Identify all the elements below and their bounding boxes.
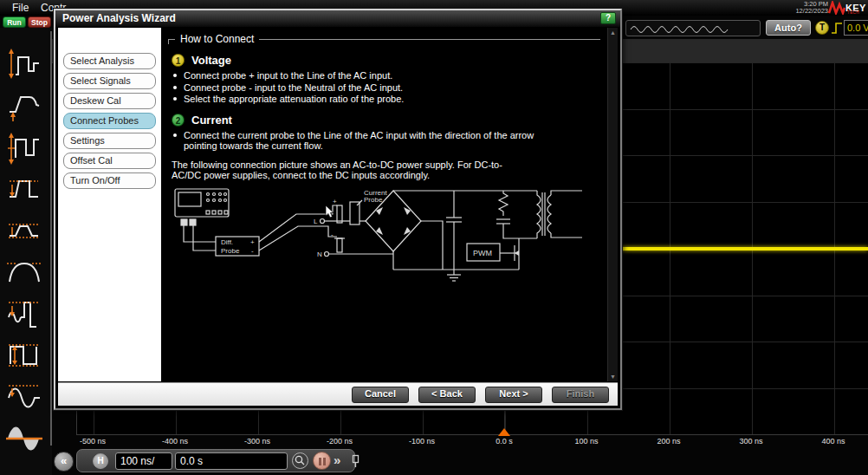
line-label: L [314, 218, 318, 225]
group-header: How to Connect [168, 33, 600, 45]
dialog-title-bar[interactable]: Power Analysis Wizard ? [55, 10, 620, 27]
measure-sine-peak-icon[interactable] [5, 378, 45, 414]
zoom-button[interactable] [292, 452, 308, 469]
trigger-level-value[interactable]: 0.0 V [844, 20, 868, 36]
voltage-title: Voltage [191, 54, 231, 67]
scroll-up-icon[interactable]: ▲ [608, 29, 618, 36]
time-tick-label: -400 ns [162, 437, 188, 446]
step2-badge: 2 [172, 114, 185, 127]
time-tick-label: 300 ns [739, 437, 762, 446]
oscilloscope-screen: File Contr 3:20 PM 12/22/2023 KEY TECH R… [0, 0, 868, 475]
trigger-marker-icon[interactable] [498, 428, 510, 436]
timeline: -500 ns-400 ns-300 ns-200 ns-100 ns0.0 s… [76, 437, 868, 448]
wizard-nav-connect-probes[interactable]: Connect Probes [63, 113, 156, 129]
scroll-down-icon[interactable]: ▼ [608, 374, 618, 380]
diff-probe-label: Diff. [221, 238, 233, 246]
measurement-sidebar [0, 28, 52, 475]
measure-amplitude-pulse-icon[interactable] [5, 45, 45, 81]
dialog-title: Power Analysis Wizard [62, 12, 176, 24]
sidebar-scrollbar[interactable] [50, 31, 52, 446]
bullet-item: Connect the current probe to the Line of… [173, 130, 600, 152]
step1-badge: 1 [172, 54, 185, 67]
menu-file[interactable]: File [12, 2, 29, 14]
time-tick-label: 100 ns [574, 437, 598, 446]
time-position-input[interactable]: 0.0 s [175, 452, 288, 470]
back-button[interactable]: < Back [418, 387, 476, 403]
group-title: How to Connect [175, 33, 259, 45]
collapse-hbar-button[interactable]: « [54, 452, 74, 472]
current-section: 2 Current Connect the current probe to t… [172, 114, 600, 152]
wizard-nav-turn-on-off[interactable]: Turn On/Off [63, 172, 156, 189]
content-scrollbar[interactable]: ▲ ▼ [607, 28, 618, 381]
clock: 3:20 PM 12/22/2023 [795, 1, 828, 15]
keysight-logo-icon [828, 1, 845, 15]
pause-bars-icon [319, 458, 321, 465]
wizard-content: How to Connect 1 Voltage Connect probe +… [161, 28, 607, 381]
measure-overshoot-pulse-icon[interactable] [5, 170, 45, 206]
time-tick-label: 0.0 s [496, 437, 513, 446]
brand-sub: TECH [847, 10, 859, 15]
time-tick-label: -200 ns [327, 437, 353, 446]
dialog-body: Select AnalysisSelect SignalsDeskew CalC… [58, 28, 618, 381]
svg-text:Probe: Probe [221, 247, 240, 255]
wizard-nav-deskew-cal[interactable]: Deskew Cal [63, 93, 156, 109]
brand-logo: KEY TECH [828, 0, 868, 16]
wizard-nav-select-signals[interactable]: Select Signals [63, 73, 156, 89]
wizard-footer: Cancel< BackNext >Finish [58, 382, 618, 406]
trigger-badge[interactable]: T [815, 21, 829, 35]
measure-square-amplitude-icon[interactable] [5, 336, 45, 373]
pause-button[interactable] [313, 452, 331, 470]
time-tick-label: 200 ns [657, 437, 680, 446]
time-scale-input[interactable]: 100 ns/ [115, 452, 172, 470]
bullet-item: Select the appropriate attenuation ratio… [173, 94, 600, 105]
help-button[interactable]: ? [600, 12, 616, 24]
stop-button[interactable]: Stop [28, 16, 51, 28]
rising-edge-icon [831, 21, 843, 36]
connection-diagram: Current Probe L N Diff. Probe + - + - PW… [168, 188, 606, 287]
bullet-item: Connect probe - input to the Neutral of … [173, 82, 600, 94]
horizontal-badge: H [93, 453, 108, 469]
magnifier-icon [293, 453, 307, 467]
expand-controls-button[interactable]: » [334, 452, 340, 467]
measure-dome-top-icon[interactable] [5, 253, 45, 290]
auto-trigger-button[interactable]: Auto? [766, 20, 811, 36]
svg-text:+: + [250, 238, 255, 246]
svg-text:-: - [251, 247, 254, 255]
cancel-button[interactable]: Cancel [352, 387, 409, 403]
svg-text:-: - [331, 231, 334, 238]
measure-sine-area-icon[interactable] [5, 420, 45, 456]
measure-edge-rise-icon[interactable] [5, 87, 45, 123]
acquisition-preview [625, 20, 761, 36]
neutral-label: N [317, 251, 322, 258]
time-tick-label: -300 ns [244, 437, 270, 446]
pwm-label: PWM [473, 249, 492, 257]
measure-dual-step-icon[interactable] [5, 128, 45, 165]
voltage-section: 1 Voltage Connect probe + input to the L… [172, 54, 600, 105]
wizard-nav-offset-cal[interactable]: Offset Cal [63, 153, 156, 169]
current-title: Current [191, 114, 232, 127]
power-analysis-wizard-dialog: Power Analysis Wizard ? Select AnalysisS… [54, 9, 622, 410]
measure-settle-step-icon[interactable] [5, 295, 45, 331]
time-tick-label: -100 ns [409, 437, 435, 446]
run-button[interactable]: Run [3, 16, 26, 28]
preview-waveform-icon [626, 21, 756, 36]
wizard-nav-panel: Select AnalysisSelect SignalsDeskew CalC… [58, 28, 161, 381]
connection-note: The following connection picture shows a… [172, 159, 531, 181]
push-pin-icon[interactable] [350, 454, 361, 468]
bullet-item: Connect probe + input to the Line of the… [173, 70, 600, 81]
measure-trapezoid-level-icon[interactable] [5, 211, 45, 248]
horizontal-scale-bar: H 100 ns/ 0.0 s » [76, 449, 355, 472]
next-button[interactable]: Next > [485, 387, 542, 403]
clock-date: 12/22/2023 [795, 8, 828, 15]
time-tick-label: 400 ns [821, 437, 845, 446]
svg-text:+: + [333, 198, 337, 205]
wizard-nav-settings[interactable]: Settings [63, 133, 156, 149]
time-tick-label: -500 ns [80, 437, 106, 446]
finish-button: Finish [552, 387, 609, 403]
svg-text:Probe: Probe [364, 196, 383, 204]
wizard-nav-select-analysis[interactable]: Select Analysis [63, 53, 156, 69]
